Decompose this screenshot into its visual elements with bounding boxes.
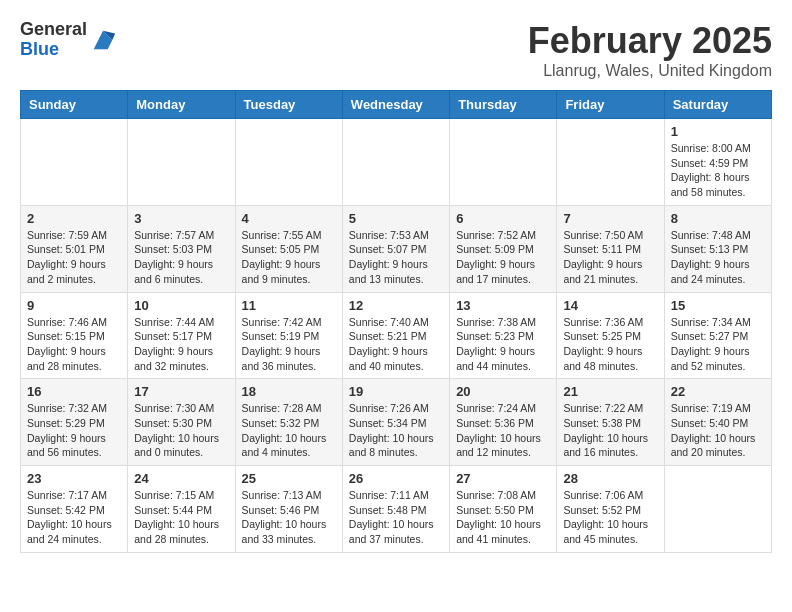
day-info: Sunrise: 7:08 AM Sunset: 5:50 PM Dayligh…: [456, 488, 550, 547]
calendar-cell: 25Sunrise: 7:13 AM Sunset: 5:46 PM Dayli…: [235, 466, 342, 553]
calendar-week-row: 2Sunrise: 7:59 AM Sunset: 5:01 PM Daylig…: [21, 205, 772, 292]
day-info: Sunrise: 7:11 AM Sunset: 5:48 PM Dayligh…: [349, 488, 443, 547]
calendar-week-row: 1Sunrise: 8:00 AM Sunset: 4:59 PM Daylig…: [21, 119, 772, 206]
column-header-monday: Monday: [128, 91, 235, 119]
day-number: 27: [456, 471, 550, 486]
column-header-tuesday: Tuesday: [235, 91, 342, 119]
calendar-cell: 18Sunrise: 7:28 AM Sunset: 5:32 PM Dayli…: [235, 379, 342, 466]
calendar-cell: [128, 119, 235, 206]
calendar-table: SundayMondayTuesdayWednesdayThursdayFrid…: [20, 90, 772, 553]
calendar-cell: 23Sunrise: 7:17 AM Sunset: 5:42 PM Dayli…: [21, 466, 128, 553]
day-number: 24: [134, 471, 228, 486]
calendar-cell: 21Sunrise: 7:22 AM Sunset: 5:38 PM Dayli…: [557, 379, 664, 466]
calendar-cell: 16Sunrise: 7:32 AM Sunset: 5:29 PM Dayli…: [21, 379, 128, 466]
calendar-cell: 12Sunrise: 7:40 AM Sunset: 5:21 PM Dayli…: [342, 292, 449, 379]
calendar-cell: [235, 119, 342, 206]
column-header-sunday: Sunday: [21, 91, 128, 119]
day-number: 26: [349, 471, 443, 486]
day-info: Sunrise: 7:32 AM Sunset: 5:29 PM Dayligh…: [27, 401, 121, 460]
calendar-cell: [342, 119, 449, 206]
day-number: 3: [134, 211, 228, 226]
day-info: Sunrise: 7:57 AM Sunset: 5:03 PM Dayligh…: [134, 228, 228, 287]
calendar-cell: 28Sunrise: 7:06 AM Sunset: 5:52 PM Dayli…: [557, 466, 664, 553]
calendar-cell: 24Sunrise: 7:15 AM Sunset: 5:44 PM Dayli…: [128, 466, 235, 553]
day-info: Sunrise: 7:28 AM Sunset: 5:32 PM Dayligh…: [242, 401, 336, 460]
day-number: 23: [27, 471, 121, 486]
day-number: 28: [563, 471, 657, 486]
calendar-cell: 1Sunrise: 8:00 AM Sunset: 4:59 PM Daylig…: [664, 119, 771, 206]
day-number: 4: [242, 211, 336, 226]
calendar-header-row: SundayMondayTuesdayWednesdayThursdayFrid…: [21, 91, 772, 119]
location: Llanrug, Wales, United Kingdom: [528, 62, 772, 80]
day-info: Sunrise: 7:42 AM Sunset: 5:19 PM Dayligh…: [242, 315, 336, 374]
day-info: Sunrise: 7:34 AM Sunset: 5:27 PM Dayligh…: [671, 315, 765, 374]
day-number: 8: [671, 211, 765, 226]
day-number: 1: [671, 124, 765, 139]
day-number: 16: [27, 384, 121, 399]
column-header-thursday: Thursday: [450, 91, 557, 119]
calendar-cell: 27Sunrise: 7:08 AM Sunset: 5:50 PM Dayli…: [450, 466, 557, 553]
logo-icon: [89, 26, 117, 54]
day-number: 12: [349, 298, 443, 313]
title-block: February 2025 Llanrug, Wales, United Kin…: [528, 20, 772, 80]
day-info: Sunrise: 7:17 AM Sunset: 5:42 PM Dayligh…: [27, 488, 121, 547]
logo-general-text: General: [20, 19, 87, 39]
day-info: Sunrise: 7:30 AM Sunset: 5:30 PM Dayligh…: [134, 401, 228, 460]
calendar-cell: 8Sunrise: 7:48 AM Sunset: 5:13 PM Daylig…: [664, 205, 771, 292]
day-number: 14: [563, 298, 657, 313]
day-info: Sunrise: 7:15 AM Sunset: 5:44 PM Dayligh…: [134, 488, 228, 547]
day-info: Sunrise: 7:44 AM Sunset: 5:17 PM Dayligh…: [134, 315, 228, 374]
logo: General Blue: [20, 20, 117, 60]
day-number: 22: [671, 384, 765, 399]
column-header-wednesday: Wednesday: [342, 91, 449, 119]
calendar-cell: 2Sunrise: 7:59 AM Sunset: 5:01 PM Daylig…: [21, 205, 128, 292]
day-number: 5: [349, 211, 443, 226]
calendar-cell: 15Sunrise: 7:34 AM Sunset: 5:27 PM Dayli…: [664, 292, 771, 379]
column-header-friday: Friday: [557, 91, 664, 119]
day-number: 15: [671, 298, 765, 313]
day-info: Sunrise: 7:52 AM Sunset: 5:09 PM Dayligh…: [456, 228, 550, 287]
day-info: Sunrise: 7:06 AM Sunset: 5:52 PM Dayligh…: [563, 488, 657, 547]
day-number: 7: [563, 211, 657, 226]
day-number: 10: [134, 298, 228, 313]
day-number: 13: [456, 298, 550, 313]
day-info: Sunrise: 7:36 AM Sunset: 5:25 PM Dayligh…: [563, 315, 657, 374]
day-info: Sunrise: 7:24 AM Sunset: 5:36 PM Dayligh…: [456, 401, 550, 460]
day-info: Sunrise: 7:19 AM Sunset: 5:40 PM Dayligh…: [671, 401, 765, 460]
day-number: 11: [242, 298, 336, 313]
month-title: February 2025: [528, 20, 772, 62]
calendar-cell: [21, 119, 128, 206]
calendar-cell: [450, 119, 557, 206]
calendar-cell: 22Sunrise: 7:19 AM Sunset: 5:40 PM Dayli…: [664, 379, 771, 466]
day-number: 21: [563, 384, 657, 399]
day-info: Sunrise: 7:40 AM Sunset: 5:21 PM Dayligh…: [349, 315, 443, 374]
calendar-cell: 19Sunrise: 7:26 AM Sunset: 5:34 PM Dayli…: [342, 379, 449, 466]
calendar-cell: 14Sunrise: 7:36 AM Sunset: 5:25 PM Dayli…: [557, 292, 664, 379]
column-header-saturday: Saturday: [664, 91, 771, 119]
day-number: 19: [349, 384, 443, 399]
calendar-cell: 9Sunrise: 7:46 AM Sunset: 5:15 PM Daylig…: [21, 292, 128, 379]
day-info: Sunrise: 7:46 AM Sunset: 5:15 PM Dayligh…: [27, 315, 121, 374]
calendar-week-row: 23Sunrise: 7:17 AM Sunset: 5:42 PM Dayli…: [21, 466, 772, 553]
day-info: Sunrise: 7:53 AM Sunset: 5:07 PM Dayligh…: [349, 228, 443, 287]
day-info: Sunrise: 7:50 AM Sunset: 5:11 PM Dayligh…: [563, 228, 657, 287]
calendar-cell: [664, 466, 771, 553]
day-info: Sunrise: 7:26 AM Sunset: 5:34 PM Dayligh…: [349, 401, 443, 460]
day-number: 20: [456, 384, 550, 399]
calendar-cell: 4Sunrise: 7:55 AM Sunset: 5:05 PM Daylig…: [235, 205, 342, 292]
calendar-cell: 20Sunrise: 7:24 AM Sunset: 5:36 PM Dayli…: [450, 379, 557, 466]
day-info: Sunrise: 7:59 AM Sunset: 5:01 PM Dayligh…: [27, 228, 121, 287]
calendar-cell: 6Sunrise: 7:52 AM Sunset: 5:09 PM Daylig…: [450, 205, 557, 292]
day-number: 9: [27, 298, 121, 313]
day-info: Sunrise: 7:22 AM Sunset: 5:38 PM Dayligh…: [563, 401, 657, 460]
calendar-week-row: 16Sunrise: 7:32 AM Sunset: 5:29 PM Dayli…: [21, 379, 772, 466]
day-number: 18: [242, 384, 336, 399]
calendar-cell: 13Sunrise: 7:38 AM Sunset: 5:23 PM Dayli…: [450, 292, 557, 379]
day-info: Sunrise: 7:48 AM Sunset: 5:13 PM Dayligh…: [671, 228, 765, 287]
calendar-cell: 7Sunrise: 7:50 AM Sunset: 5:11 PM Daylig…: [557, 205, 664, 292]
day-info: Sunrise: 7:38 AM Sunset: 5:23 PM Dayligh…: [456, 315, 550, 374]
day-number: 2: [27, 211, 121, 226]
calendar-cell: 26Sunrise: 7:11 AM Sunset: 5:48 PM Dayli…: [342, 466, 449, 553]
page-header: General Blue February 2025 Llanrug, Wale…: [20, 20, 772, 80]
calendar-cell: 3Sunrise: 7:57 AM Sunset: 5:03 PM Daylig…: [128, 205, 235, 292]
